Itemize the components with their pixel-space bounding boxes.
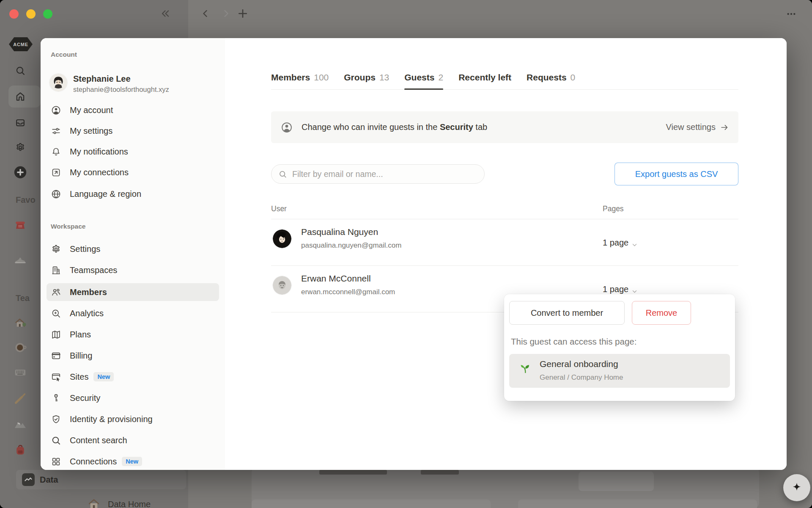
wood-bat-icon[interactable]: [13, 391, 27, 406]
house-garden-icon[interactable]: [13, 316, 27, 330]
guest-actions-popover: Convert to member Remove This guest can …: [504, 294, 735, 401]
view-settings-link[interactable]: View settings: [666, 122, 729, 132]
home-icon[interactable]: [15, 91, 26, 102]
sidebar-item-identity-provisioning[interactable]: Identity & provisioning: [47, 410, 219, 428]
screen: ACME Favo Tea Data Data Home Account: [0, 0, 812, 508]
tab-count: 13: [379, 72, 389, 83]
user-email: stephanie@toolsforthought.xyz: [73, 86, 169, 94]
new-tab-icon[interactable]: [237, 8, 249, 19]
sidebar-item-content-search[interactable]: Content search: [47, 431, 219, 449]
arrow-right-icon: [720, 123, 729, 132]
column-header-user: User: [271, 204, 287, 213]
search-sparkle-icon: [51, 308, 61, 319]
house-icon: [87, 497, 101, 508]
back-icon[interactable]: [200, 8, 211, 19]
backpack-icon[interactable]: [13, 443, 27, 458]
sidebar-item-plans[interactable]: Plans: [47, 326, 219, 343]
new-badge: New: [122, 457, 142, 466]
members-tabs: Members 100 Groups 13 Guests 2 Recently …: [271, 65, 738, 90]
sidebar-item-label: Data: [40, 475, 58, 485]
sidebar-item-analytics[interactable]: Analytics: [47, 304, 219, 322]
zoom-window-button[interactable]: [43, 9, 52, 19]
collapse-sidebar-icon[interactable]: [160, 8, 171, 19]
inbox-icon[interactable]: [15, 117, 26, 128]
sidebar-item-my-notifications[interactable]: My notifications: [47, 143, 219, 160]
map-icon: [51, 329, 61, 340]
red-telephone-icon[interactable]: [13, 218, 27, 232]
guest-row: Pasqualina Nguyen pasqualina.nguyen@gmai…: [271, 219, 738, 266]
plus-circle-icon[interactable]: [13, 165, 27, 179]
sidebar-item-my-account[interactable]: My account: [47, 101, 219, 119]
guests-toolbar: Export guests as CSV: [271, 163, 738, 185]
keyboard-icon[interactable]: [13, 365, 27, 380]
settings-sidebar: Account Stephanie Lee stephanie@toolsfor…: [41, 38, 225, 470]
tab-members[interactable]: Members 100: [271, 65, 329, 89]
accessible-page-item[interactable]: General onboarding General / Company Hom…: [509, 354, 730, 388]
globe-icon: [51, 189, 61, 199]
column-header-pages: Pages: [603, 204, 624, 213]
guest-email: pasqualina.nguyen@gmail.com: [301, 241, 401, 250]
person-circle-icon: [280, 121, 293, 134]
remove-guest-button[interactable]: Remove: [632, 301, 691, 325]
chart-zigzag-icon: [22, 473, 35, 486]
guest-filter-field[interactable]: [271, 164, 485, 184]
building-icon: [51, 265, 61, 276]
more-menu-icon[interactable]: [780, 9, 802, 19]
account-section-label: Account: [51, 51, 77, 58]
close-window-button[interactable]: [9, 9, 19, 19]
tab-groups[interactable]: Groups 13: [344, 65, 389, 89]
avatar: [49, 74, 67, 91]
search-icon[interactable]: [15, 65, 26, 76]
sidebar-item-security[interactable]: Security: [47, 389, 219, 407]
minimize-window-button[interactable]: [26, 9, 36, 19]
sidebar-item-sites[interactable]: Sites New: [47, 368, 219, 386]
ai-assistant-button[interactable]: [783, 474, 810, 501]
avatar: [273, 276, 291, 295]
background-content-fragment: [252, 467, 759, 508]
chevron-down-icon: [631, 240, 638, 247]
mountain-icon[interactable]: [13, 417, 27, 431]
sidebar-item-billing[interactable]: Billing: [47, 347, 219, 364]
running-shoe-icon[interactable]: [13, 251, 27, 266]
members-page: Members 100 Groups 13 Guests 2 Recently …: [225, 38, 787, 470]
sidebar-item-my-connections[interactable]: My connections: [47, 163, 219, 181]
guest-pages-dropdown[interactable]: 1 page: [603, 219, 638, 266]
tab-count: 100: [314, 72, 329, 83]
sidebar-item-teamspaces[interactable]: Teamspaces: [47, 261, 219, 279]
guest-filter-input[interactable]: [292, 169, 477, 179]
sidebar-item-settings[interactable]: Settings: [47, 240, 219, 258]
tab-count: 2: [438, 72, 443, 83]
tab-recently-left[interactable]: Recently left: [458, 65, 511, 89]
guest-name: Erwan McConnell: [301, 273, 371, 284]
guest-name: Pasqualina Nguyen: [301, 227, 378, 237]
guests-table-header: User Pages: [271, 201, 738, 219]
sidebar-item-members[interactable]: Members: [47, 283, 219, 301]
coffee-icon[interactable]: [13, 340, 27, 355]
sliders-icon: [51, 126, 61, 136]
convert-to-member-button[interactable]: Convert to member: [509, 301, 625, 325]
forward-icon[interactable]: [221, 8, 231, 19]
guest-email: erwan.mcconnell@gmail.com: [301, 288, 395, 296]
popover-caption: This guest can access this page:: [511, 337, 730, 347]
people-icon: [51, 287, 61, 298]
export-guests-button[interactable]: Export guests as CSV: [614, 163, 738, 185]
tab-requests[interactable]: Requests 0: [527, 65, 575, 89]
new-badge: New: [93, 372, 114, 381]
credit-card-icon: [51, 351, 61, 361]
gear-icon[interactable]: [15, 142, 26, 153]
sidebar-item-my-settings[interactable]: My settings: [47, 122, 219, 140]
invite-guests-banner: Change who can invite guests in the Secu…: [271, 111, 738, 143]
sidebar-item-connections[interactable]: Connections New: [47, 453, 219, 470]
avatar: [273, 229, 291, 248]
gear-icon: [51, 244, 61, 254]
search-icon: [278, 170, 287, 179]
tab-guests[interactable]: Guests 2: [404, 65, 443, 89]
user-name: Stephanie Lee: [73, 74, 169, 84]
page-breadcrumb: General / Company Home: [540, 373, 623, 382]
account-profile: Stephanie Lee stephanie@toolsforthought.…: [49, 74, 169, 94]
page-title: General onboarding: [540, 359, 618, 369]
sidebar-item-data-home[interactable]: Data Home: [16, 494, 151, 508]
workspace-section-label: Workspace: [51, 223, 85, 230]
sidebar-item-data[interactable]: Data: [16, 470, 186, 489]
sidebar-item-language-region[interactable]: Language & region: [47, 185, 219, 203]
